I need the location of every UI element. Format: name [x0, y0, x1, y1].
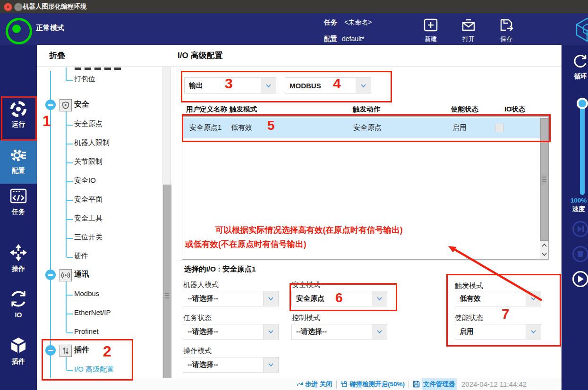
sidebar-item-config[interactable]: 配置	[0, 167, 37, 175]
tree-scrollbar[interactable]	[162, 68, 171, 390]
sidebar-item-plugin[interactable]: 插件	[0, 357, 37, 366]
tree-group-safety[interactable]: 安全	[74, 100, 89, 110]
tree-item-pack-position[interactable]: 打包位	[74, 75, 95, 84]
tree-item-safety-home[interactable]: 安全原点	[74, 119, 102, 128]
new-file-icon	[423, 17, 439, 33]
operate-mode-label: 操作模式	[183, 347, 212, 356]
sidebar-item-operate[interactable]: 操作	[0, 265, 37, 273]
operate-mode-select[interactable]: --请选择--	[183, 357, 279, 373]
control-mode-select[interactable]: --请选择--	[291, 324, 387, 339]
annotation-number-6: 6	[335, 290, 343, 305]
window-title: 机器人图形化编程环境	[23, 0, 86, 13]
collision-detect-status[interactable]: 碰撞检测开启(50%)	[349, 378, 405, 390]
task-state-select[interactable]: --请选择--	[183, 324, 279, 339]
datetime: 2024-04-12 11:44:42	[461, 378, 527, 390]
robot-mode-select[interactable]: --请选择--	[183, 291, 279, 306]
annotation-number-4: 4	[333, 76, 341, 92]
config-label: 配置	[324, 35, 337, 43]
task-state-value: --请选择--	[183, 324, 263, 339]
separator	[409, 381, 409, 388]
task-code-icon[interactable]	[9, 187, 28, 205]
gear-icon[interactable]	[9, 146, 28, 165]
selected-io-label: 选择的I/O : 安全原点1	[184, 264, 256, 274]
robot-mode-value: --请选择--	[183, 291, 263, 306]
collision-detect-icon	[340, 380, 348, 388]
tree-item-profinet[interactable]: Profinet	[74, 327, 99, 335]
annotation-number-3: 3	[225, 76, 233, 92]
task-value: <未命名>	[344, 18, 372, 27]
close-icon[interactable]: ×	[4, 3, 12, 11]
chevron-down-icon	[263, 324, 278, 339]
annotation-note-line1: 可以根据实际情况选择高有效(在原点时有信号输出)	[215, 224, 403, 236]
right-toolbar: 循环 100% 速度	[561, 45, 588, 390]
plugin-cube-icon[interactable]	[9, 336, 28, 355]
loop-label: 循环	[568, 72, 588, 81]
open-button[interactable]: 打开	[460, 16, 477, 43]
minimize-icon[interactable]: −	[14, 3, 23, 11]
tree-item-ethernet-ip[interactable]: EtherNet/IP	[74, 308, 111, 316]
operate-mode-value: --请选择--	[183, 357, 263, 372]
page-title: I/O 高级配置	[175, 45, 561, 67]
new-button[interactable]: 新建	[422, 16, 440, 43]
sidebar-item-io[interactable]: IO	[0, 311, 37, 319]
robot-mode-label: 机器人模式	[183, 280, 219, 289]
annotation-number-1: 1	[43, 112, 51, 130]
brand-logo-icon	[573, 16, 588, 44]
annotation-note-line2: 或低有效(不在原点时有信号输出)	[185, 238, 307, 250]
chevron-down-icon	[263, 291, 278, 306]
title-bar: × − 机器人图形化编程环境	[0, 0, 588, 14]
tree-item-safety-tool[interactable]: 安全工具	[74, 214, 102, 223]
file-manager-icon	[412, 380, 420, 388]
config-value: default*	[342, 35, 364, 42]
open-file-icon	[460, 17, 477, 33]
move-arrows-icon[interactable]	[9, 243, 28, 262]
play-icon[interactable]	[572, 271, 588, 288]
col-header-trigger-mode: 触发模式	[230, 105, 257, 114]
step-mode-status[interactable]: 步进 关闭	[305, 378, 332, 390]
collapse-minus-icon[interactable]	[45, 100, 56, 110]
speed-value: 100%	[566, 197, 588, 204]
control-mode-value: --请选择--	[292, 324, 372, 339]
tree-item-clipped[interactable]	[75, 68, 124, 70]
io-cycle-icon[interactable]	[9, 289, 28, 308]
collapse-minus-icon[interactable]	[45, 270, 56, 280]
app-header: 正常模式 任务 <未命名> 配置 default* 新建 打开	[0, 13, 588, 45]
collapse-button[interactable]: 折叠	[37, 45, 174, 67]
save-button[interactable]: 保存	[497, 16, 515, 43]
mode-indicator-icon	[6, 18, 32, 44]
tree-scrollbar-thumb[interactable]	[163, 185, 171, 390]
chevron-down-icon	[372, 324, 387, 339]
loop-icon[interactable]	[572, 53, 588, 70]
tree-group-communication[interactable]: 通讯	[74, 270, 89, 280]
save-icon	[498, 17, 514, 33]
tree-item-modbus[interactable]: Modbus	[74, 289, 99, 297]
speed-slider-thumb[interactable]	[577, 98, 588, 109]
task-label: 任务	[324, 18, 337, 27]
col-header-name: 用户定义名称	[186, 105, 227, 114]
tree-item-safety-planes[interactable]: 安全平面	[74, 195, 102, 204]
stop-icon[interactable]	[572, 246, 588, 263]
col-header-trigger-action: 触发动作	[353, 105, 380, 114]
tree-item-robot-limits[interactable]: 机器人限制	[74, 138, 110, 147]
step-mode-icon	[297, 381, 304, 388]
tree-item-joint-limits[interactable]: 关节限制	[74, 157, 102, 166]
annotation-box-5	[182, 114, 551, 142]
tree-item-three-position-switch[interactable]: 三位开关	[74, 233, 102, 242]
config-tree-panel: 折叠 打包位 安全 安全原点 机器人限制 关节限制 安全IO 安全平面 安全工具	[37, 45, 175, 378]
annotation-number-2: 2	[103, 343, 111, 360]
annotation-box-6	[290, 283, 397, 311]
save-button-label: 保存	[497, 35, 515, 43]
tree-item-hardware[interactable]: 硬件	[74, 252, 88, 261]
speed-slider[interactable]	[580, 103, 585, 195]
separator	[336, 381, 337, 388]
step-forward-icon[interactable]	[572, 220, 588, 237]
tree-item-safety-io[interactable]: 安全IO	[74, 176, 96, 185]
file-manager-link[interactable]: 文件管理器	[422, 378, 457, 390]
speed-label: 速度	[566, 205, 588, 213]
sidebar-item-task[interactable]: 任务	[0, 208, 37, 216]
antenna-icon	[60, 269, 72, 281]
new-button-label: 新建	[422, 35, 440, 43]
chevron-down-icon	[263, 357, 278, 372]
annotation-box-3-4	[181, 71, 392, 102]
mode-label: 正常模式	[36, 24, 64, 33]
